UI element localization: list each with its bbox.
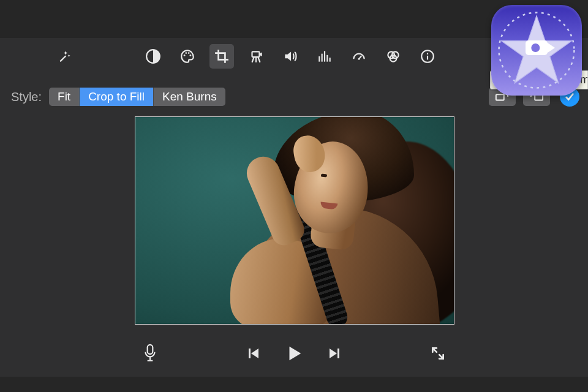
svg-rect-17: [427, 53, 428, 55]
svg-rect-8: [324, 51, 325, 61]
info-button[interactable]: [415, 44, 440, 69]
playback-controls: [247, 344, 341, 366]
svg-rect-18: [496, 94, 504, 100]
style-option-crop-to-fill[interactable]: Crop to Fill: [80, 88, 154, 106]
volume-icon: [282, 48, 298, 64]
svg-rect-20: [148, 344, 153, 353]
magic-wand-button[interactable]: [52, 44, 77, 69]
play-button[interactable]: [285, 344, 303, 366]
svg-rect-21: [249, 349, 251, 358]
voiceover-button[interactable]: [142, 343, 158, 367]
fullscreen-button[interactable]: [430, 345, 446, 364]
volume-button[interactable]: [278, 44, 303, 69]
svg-rect-5: [252, 51, 260, 57]
star-icon: [497, 11, 576, 89]
camera-tripod-icon: [248, 48, 264, 64]
next-frame-button[interactable]: [328, 347, 341, 363]
imovie-app-icon: [491, 5, 582, 96]
clip-filter-button[interactable]: [381, 44, 405, 69]
equalizer-button[interactable]: [312, 44, 337, 69]
style-option-ken-burns[interactable]: Ken Burns: [154, 88, 225, 106]
svg-rect-10: [330, 58, 331, 62]
svg-rect-22: [337, 349, 339, 358]
svg-point-11: [358, 58, 360, 60]
svg-rect-9: [326, 55, 328, 62]
stabilization-button[interactable]: [244, 44, 268, 69]
speed-button[interactable]: [347, 44, 371, 69]
svg-point-1: [184, 55, 186, 56]
palette-icon: [179, 48, 195, 64]
magic-wand-icon: [56, 48, 72, 64]
color-correction-button[interactable]: [175, 44, 200, 69]
previous-frame-button[interactable]: [247, 347, 260, 363]
play-icon: [285, 344, 303, 363]
skip-forward-icon: [328, 347, 341, 360]
svg-point-4: [189, 55, 191, 56]
style-segmented-control[interactable]: Fit Crop to Fill Ken Burns: [49, 88, 225, 106]
color-balance-button[interactable]: [141, 44, 165, 69]
equalizer-icon: [317, 48, 333, 64]
playback-bar: [0, 340, 588, 369]
svg-rect-6: [318, 56, 320, 62]
expand-icon: [430, 345, 446, 361]
crop-button[interactable]: [209, 44, 234, 69]
info-icon: [420, 48, 435, 64]
crop-icon: [214, 48, 230, 64]
skip-back-icon: [247, 347, 260, 360]
preview-viewer[interactable]: [135, 116, 454, 325]
microphone-icon: [142, 343, 158, 364]
style-label: Style:: [11, 90, 42, 104]
overlap-circles-icon: [385, 48, 401, 64]
svg-rect-7: [322, 54, 323, 62]
svg-rect-16: [427, 56, 428, 60]
svg-point-2: [185, 52, 187, 54]
svg-point-3: [188, 52, 190, 54]
style-option-fit[interactable]: Fit: [49, 88, 80, 106]
color-balance-icon: [145, 48, 161, 64]
speedometer-icon: [351, 48, 367, 64]
